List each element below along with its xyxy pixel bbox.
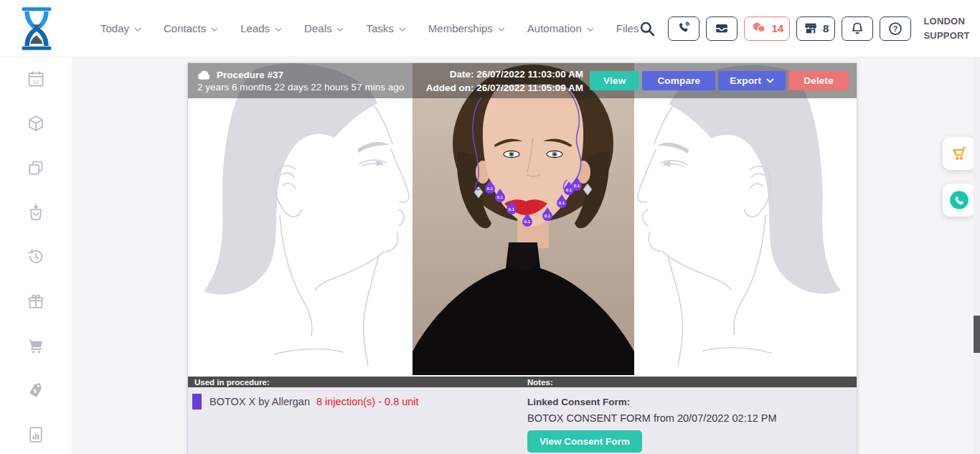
sidebar-item-pricing[interactable]: $ [27, 381, 45, 399]
sidebar-item-history[interactable] [27, 247, 45, 266]
sidebar-item-gifts[interactable] [27, 292, 45, 311]
injection-marker[interactable]: 0.1 [572, 181, 582, 191]
help-button[interactable]: ? [880, 16, 911, 41]
menu-item-today[interactable]: Today [100, 22, 141, 34]
procedure-header-left: Procedure #37 2 years 6 months 22 days 2… [188, 70, 404, 93]
app-logo-hourglass-icon[interactable] [16, 5, 57, 52]
menu-label: Contacts [164, 22, 206, 34]
menu-label: Tasks [366, 22, 393, 34]
procedure-header: Procedure #37 2 years 6 months 22 days 2… [188, 63, 857, 98]
sidebar-item-orders[interactable] [27, 203, 45, 222]
sidebar-item-products[interactable] [27, 114, 45, 133]
menu-label: Today [100, 22, 129, 34]
sidebar-item-reports[interactable] [27, 425, 45, 444]
menu-item-automation[interactable]: Automation [527, 22, 594, 34]
injection-dose: 0.1 [509, 207, 514, 212]
injection-dose: 0.1 [566, 188, 572, 192]
sidebar-item-duplicates[interactable] [27, 159, 45, 177]
chevron-down-icon [134, 27, 141, 32]
phone-icon [677, 21, 692, 36]
compare-button[interactable]: Compare [642, 71, 715, 90]
sidebar-item-cart[interactable] [27, 336, 45, 355]
floating-cart-button[interactable] [943, 137, 976, 170]
injection-marker[interactable]: 0.1 [495, 192, 505, 202]
chevron-down-icon [275, 27, 282, 32]
help-icon: ? [887, 21, 903, 37]
menu-label: Leads [240, 22, 270, 34]
export-button[interactable]: Export [718, 71, 786, 90]
procedure-photo-canvas[interactable]: 0.1 0.1 0.1 0.1 0.1 0.1 0.1 0.1 [413, 63, 634, 375]
profile-canvas-left[interactable] [188, 63, 413, 375]
menu-item-deals[interactable]: Deals [304, 22, 344, 34]
chevron-down-icon [498, 27, 505, 32]
injection-marker[interactable]: 0.1 [522, 217, 532, 227]
view-button[interactable]: View [590, 71, 639, 90]
injection-dose: 0.1 [487, 186, 493, 191]
menu-item-leads[interactable]: Leads [240, 22, 282, 34]
copy-icon [27, 159, 45, 177]
user-name-line1: LONDON [923, 14, 969, 29]
injection-marker[interactable]: 0.1 [507, 204, 517, 214]
product-color-swatch [192, 394, 202, 410]
inbox-button[interactable] [706, 16, 738, 41]
product-injection-detail: 8 injection(s) - 0.8 unit [316, 394, 419, 407]
chevron-down-icon [587, 27, 594, 32]
cloud-icon [197, 70, 211, 80]
delete-button[interactable]: Delete [788, 71, 849, 90]
cart-icon [951, 145, 968, 162]
calendar-icon: 12 [32, 79, 39, 85]
notes-header: Notes: [527, 378, 857, 387]
chat-messages-button[interactable]: 14 [744, 16, 790, 41]
cart-icon [27, 336, 45, 355]
chevron-down-icon [336, 27, 344, 32]
package-icon [27, 114, 45, 133]
chevron-down-icon [399, 27, 406, 32]
sidebar-item-calendar[interactable]: 12 [27, 70, 45, 88]
procedure-details: BOTOX X by Allergan 8 injection(s) - 0.8… [188, 387, 857, 454]
menu-item-files[interactable]: Files [616, 22, 639, 34]
store-button[interactable]: 8 [796, 16, 835, 41]
store-icon [803, 21, 819, 37]
injection-dose: 0.1 [524, 219, 530, 224]
chevron-down-icon [766, 78, 774, 83]
menu-label: Deals [304, 22, 331, 34]
injection-marker[interactable]: 0.1 [485, 184, 495, 194]
user-name-line2: SUPPORT [923, 29, 969, 43]
user-name: LONDON SUPPORT [923, 14, 969, 42]
injection-dose: 0.1 [545, 214, 550, 218]
main-menu: Today Contacts Leads Deals Tasks Members… [100, 22, 639, 34]
procedure-dates: Date: 26/07/2022 11:03:00 AM Added on: 2… [426, 67, 590, 95]
procedure-date: Date: 26/07/2022 11:03:00 AM [426, 67, 583, 81]
used-in-procedure-header: Used in procedure: [188, 378, 527, 387]
phone-calls-button[interactable] [668, 16, 699, 41]
consent-form-name: BOTOX CONSENT FORM from 20/07/2022 02:12… [527, 412, 857, 424]
phone-support-icon [949, 190, 969, 210]
view-consent-form-button[interactable]: View Consent Form [527, 430, 642, 453]
menu-label: Files [616, 22, 639, 34]
injection-dose: 0.1 [559, 201, 565, 205]
page-scrollbar-track [974, 57, 980, 454]
search-icon[interactable] [639, 20, 656, 37]
page-scrollbar-thumb[interactable] [974, 316, 980, 353]
inbox-icon [714, 21, 730, 37]
procedure-age: 2 years 6 months 22 days 22 hours 57 min… [197, 82, 404, 93]
injection-marker[interactable]: 0.1 [557, 198, 567, 208]
history-icon [27, 247, 45, 266]
procedure-card: 0.1 0.1 0.1 0.1 0.1 0.1 0.1 0.1 [188, 63, 857, 454]
chevron-down-icon [211, 27, 218, 32]
export-label: Export [730, 75, 761, 86]
chat-count-badge: 14 [771, 22, 783, 34]
profile-canvas-right[interactable] [634, 63, 857, 375]
menu-label: Automation [527, 22, 582, 34]
linked-consent-label: Linked Consent Form: [527, 397, 857, 407]
menu-item-tasks[interactable]: Tasks [366, 22, 405, 34]
chat-bubbles-icon [750, 20, 767, 37]
menu-item-memberships[interactable]: Memberships [428, 22, 505, 34]
floating-phone-support-button[interactable] [943, 184, 976, 217]
notifications-button[interactable] [842, 16, 873, 41]
injection-dose: 0.1 [497, 195, 503, 199]
injection-marker[interactable]: 0.1 [542, 211, 552, 221]
procedure-actions: View Compare Export Delete [590, 71, 857, 90]
menu-item-contacts[interactable]: Contacts [164, 22, 218, 34]
left-sidebar: 12 $ [0, 57, 72, 454]
